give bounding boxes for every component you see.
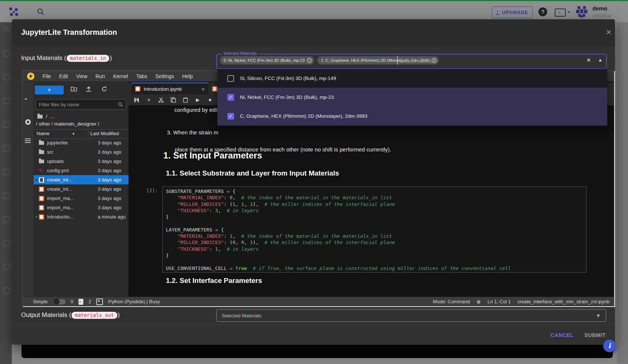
- dropdown-arrow-icon: ▼: [596, 313, 601, 318]
- app-sidebar-icon: [3, 240, 10, 246]
- file-list-header: Name ▲ Last Modified: [34, 129, 128, 139]
- checkbox-checked-icon[interactable]: ✓: [227, 94, 234, 101]
- search-icon[interactable]: [36, 7, 45, 16]
- file-row[interactable]: ●Introductio...a minute ago: [34, 212, 128, 221]
- notebook-icon: [39, 196, 47, 201]
- collapse-dropdown-icon[interactable]: ▲: [598, 57, 602, 63]
- add-cell-button[interactable]: +: [146, 97, 152, 103]
- output-select-label: Selected Materials: [222, 313, 261, 318]
- mat3ra-logo-icon[interactable]: [8, 6, 19, 17]
- new-launcher-button[interactable]: +: [35, 86, 64, 94]
- run-cell-button[interactable]: ▶: [195, 97, 201, 103]
- submit-button[interactable]: SUBMIT: [582, 330, 608, 341]
- paste-cells-button[interactable]: [183, 97, 188, 103]
- tab-introduction-ipynb[interactable]: Introduction.ipynb ×: [131, 83, 208, 94]
- breadcrumb-current-path[interactable]: / other / materials_designer /: [36, 121, 99, 127]
- notebook-icon: [212, 86, 217, 91]
- cancel-button[interactable]: CANCEL: [548, 330, 576, 341]
- app-sidebar-icon: [3, 264, 10, 270]
- refresh-file-list-button[interactable]: [101, 86, 107, 93]
- cut-cells-button[interactable]: [158, 97, 164, 103]
- code-line: "MATERIAL_INDEX": 0, # the index of the …: [166, 195, 586, 201]
- checkbox-unchecked-icon[interactable]: [227, 75, 234, 82]
- breadcrumb-home-icon[interactable]: [37, 115, 43, 118]
- console-menu-button[interactable]: >_: [555, 9, 566, 17]
- file-name: Introductio...: [47, 214, 98, 220]
- menu-edit[interactable]: Edit: [59, 73, 68, 79]
- menu-tabs[interactable]: Tabs: [136, 73, 147, 79]
- material-option[interactable]: ✓C, Graphene, HEX (P6/mmm) 2D (Monolayer…: [217, 107, 607, 126]
- menu-file[interactable]: File: [43, 73, 51, 79]
- app-sidebar-icon: [3, 169, 10, 175]
- material-option-label: C, Graphene, HEX (P6/mmm) 2D (Monolayer)…: [240, 113, 367, 119]
- column-name[interactable]: Name: [37, 131, 50, 136]
- material-option[interactable]: Si, Silicon, FCC (Fd-3m) 3D (Bulk), mp-1…: [217, 69, 607, 88]
- help-button[interactable]: ?: [538, 7, 547, 16]
- file-modified: 3 days ago: [98, 205, 128, 210]
- column-last-modified[interactable]: Last Modified: [90, 131, 119, 136]
- stop-kernel-button[interactable]: ■: [207, 97, 213, 103]
- file-name: src: [47, 149, 98, 155]
- filter-files-input[interactable]: Filter files by name: [36, 99, 126, 110]
- upgrade-button[interactable]: ↑ UPGRADE: [492, 6, 532, 18]
- filter-files-placeholder: Filter files by name: [39, 102, 79, 107]
- editor-mode[interactable]: Mode: Command: [433, 299, 470, 304]
- menu-view[interactable]: View: [76, 73, 87, 79]
- file-name: uploads: [47, 158, 98, 164]
- menu-kernel[interactable]: Kernel: [113, 73, 128, 79]
- notebook-content[interactable]: configured by edit 3. When the strain m …: [128, 106, 614, 297]
- save-button[interactable]: [134, 97, 140, 103]
- tab-close-icon[interactable]: ×: [201, 86, 205, 92]
- kernel-status[interactable]: Python (Pyodide) | Busy: [108, 299, 160, 304]
- folder-icon: [39, 141, 47, 145]
- jupyter-status-bar: Simple 0 s_ 2 Python (Pyodide) | Busy Mo…: [23, 297, 614, 306]
- file-row[interactable]: ●create_int...3 days ago: [34, 175, 128, 184]
- file-row[interactable]: uploads3 days ago: [34, 157, 128, 166]
- terminal-count: 0: [71, 299, 73, 304]
- file-row[interactable]: jupyterlite3 days ago: [34, 138, 128, 147]
- materials-dropdown-list: Si, Silicon, FCC (Fd-3m) 3D (Bulk), mp-1…: [217, 69, 607, 126]
- file-modified: 3 days ago: [98, 140, 128, 146]
- notebook-icon: [135, 86, 140, 91]
- code-cell[interactable]: SUBSTRATE_PARAMETERS = { "MATERIAL_INDEX…: [162, 186, 587, 273]
- kernel-status-bolt-icon[interactable]: [27, 73, 34, 80]
- app-sidebar-icon: [3, 98, 10, 104]
- user-name[interactable]: demo: [592, 5, 607, 11]
- sort-ascending-icon[interactable]: ▲: [72, 131, 75, 135]
- material-chip[interactable]: 0: Ni, Nickel, FCC (Fm-3m) 3D (Bulk), mp…: [220, 56, 314, 64]
- new-folder-button[interactable]: [71, 86, 77, 93]
- menu-help[interactable]: Help: [182, 73, 193, 79]
- menu-run[interactable]: Run: [96, 73, 105, 79]
- clear-selection-icon[interactable]: ×: [587, 56, 591, 64]
- app-sidebar-icon: [3, 50, 10, 57]
- close-icon[interactable]: ×: [604, 27, 614, 38]
- breadcrumb-ellipsis[interactable]: ...: [51, 114, 55, 119]
- breadcrumb-root[interactable]: /: [46, 114, 47, 119]
- file-row[interactable]: create_int...3 days ago: [34, 184, 128, 194]
- code-line: USE_CONVENTIONAL_CELL = True # if True, …: [166, 266, 586, 272]
- file-row[interactable]: src3 days ago: [34, 147, 128, 157]
- menu-settings[interactable]: Settings: [156, 73, 174, 79]
- active-notebook-filename: create_interface_with_min_strain_zsl.ipy…: [517, 299, 609, 304]
- chip-delete-icon[interactable]: ×: [307, 58, 312, 63]
- upload-files-button[interactable]: [86, 86, 91, 93]
- info-fab-button[interactable]: i: [603, 340, 616, 352]
- table-of-contents-tab[interactable]: [25, 138, 31, 145]
- cursor-position[interactable]: Ln 1, Col 1: [488, 299, 511, 304]
- file-list: jupyterlite3 days agosrc3 days agoupload…: [34, 138, 128, 221]
- code-line: [166, 259, 586, 265]
- file-row[interactable]: import_ma...3 days ago: [34, 203, 128, 212]
- breadcrumb: / ...: [37, 114, 54, 119]
- file-row[interactable]: Y:config.yml3 days ago: [34, 166, 128, 175]
- file-row[interactable]: import_ma...3 days ago: [34, 194, 128, 203]
- jupyter-file-browser: + Filter files by name / ... / other / m…: [34, 82, 129, 297]
- copy-cells-button[interactable]: [170, 97, 176, 103]
- output-materials-select[interactable]: Selected Materials ▼: [216, 309, 606, 322]
- folder-icon: [39, 160, 47, 163]
- file-modified: 3 days ago: [98, 177, 128, 183]
- user-avatar[interactable]: [575, 4, 589, 19]
- running-sessions-tab[interactable]: [25, 119, 31, 127]
- checkbox-checked-icon[interactable]: ✓: [227, 113, 234, 120]
- material-option[interactable]: ✓Ni, Nickel, FCC (Fm-3m) 3D (Bulk), mp-2…: [217, 88, 607, 107]
- simple-mode-toggle[interactable]: [53, 299, 66, 304]
